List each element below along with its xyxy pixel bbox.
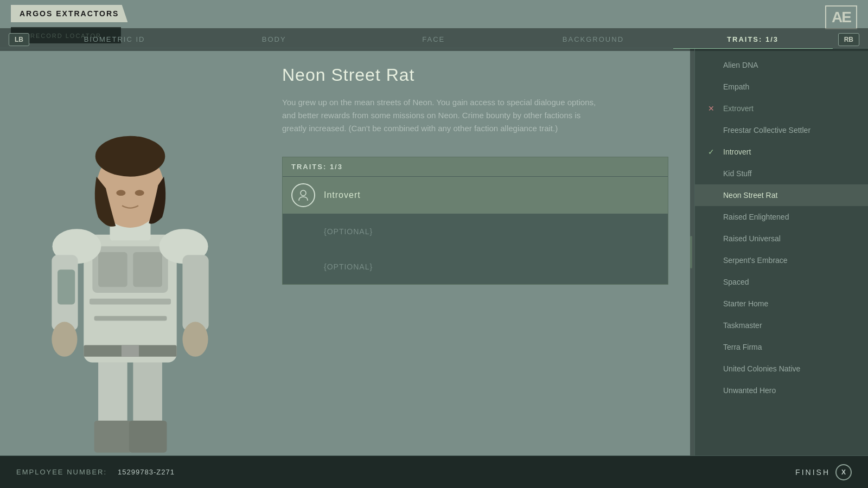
trait-slot-2-label: {OPTIONAL}	[324, 227, 373, 236]
finish-button[interactable]: FINISH X	[795, 464, 852, 480]
tab-face[interactable]: FACE	[354, 31, 513, 48]
trait-list-label: United Colonies Native	[723, 364, 855, 373]
trait-list: Alien DNAEmpath✕ExtrovertFreestar Collec…	[695, 54, 868, 401]
trait-list-item[interactable]: ✓Introvert	[695, 141, 868, 163]
trait-list-label: Introvert	[723, 147, 855, 156]
trait-list-item[interactable]: Freestar Collective Settler	[695, 119, 868, 141]
rb-button[interactable]: RB	[838, 33, 859, 46]
employee-label: EMPLOYEE NUMBER:	[16, 468, 107, 476]
trait-list-item[interactable]: Alien DNA	[695, 54, 868, 76]
trait-list-item[interactable]: ✕Extrovert	[695, 98, 868, 119]
traits-container: TRAITS: 1/3 Introvert {OPTIONAL} {OPTION…	[282, 157, 668, 285]
trait-list-item[interactable]: United Colonies Native	[695, 358, 868, 380]
trait-list-item[interactable]: Raised Enlightened	[695, 206, 868, 228]
check-mark-icon: ✓	[708, 147, 714, 156]
svg-rect-21	[94, 316, 167, 321]
finish-label: FINISH	[795, 468, 830, 477]
svg-rect-20	[90, 299, 171, 305]
trait-list-label: Empath	[723, 82, 855, 91]
trait-list-item[interactable]: Spaced	[695, 271, 868, 293]
character-portrait	[0, 49, 260, 455]
trait-slot-3-label: {OPTIONAL}	[324, 262, 373, 271]
svg-rect-3	[129, 421, 167, 453]
trait-list-item[interactable]: Taskmaster	[695, 314, 868, 336]
svg-point-24	[301, 190, 306, 196]
ae-logo: AE	[825, 5, 857, 29]
header-brand: ARGOS EXTRACTORS	[11, 5, 127, 22]
main-content: Neon Street Rat You grew up on the mean …	[0, 49, 868, 455]
trait-list-label: Serpent's Embrace	[723, 256, 855, 265]
trait-list-item[interactable]: Unwanted Hero	[695, 380, 868, 401]
trait-list-label: Alien DNA	[723, 61, 855, 69]
svg-rect-6	[98, 252, 127, 287]
svg-point-18	[182, 322, 208, 357]
trait-list-label: Taskmaster	[723, 321, 855, 330]
trait-list-item[interactable]: Kid Stuff	[695, 163, 868, 184]
trait-list-label: Unwanted Hero	[723, 386, 855, 395]
svg-point-10	[95, 136, 165, 177]
center-panel: Neon Street Rat You grew up on the mean …	[260, 49, 690, 455]
svg-rect-19	[58, 269, 75, 304]
trait-slot-1-name: Introvert	[324, 190, 361, 200]
trait-list-item[interactable]: Raised Universal	[695, 228, 868, 249]
tab-biometric[interactable]: BIOMETRIC ID	[35, 31, 194, 48]
trait-list-item[interactable]: Empath	[695, 76, 868, 98]
svg-rect-16	[182, 255, 208, 330]
svg-rect-2	[94, 421, 132, 453]
trait-list-label: Extrovert	[723, 104, 855, 113]
trait-list-label: Kid Stuff	[723, 169, 855, 178]
svg-rect-23	[122, 345, 139, 356]
brand-name: ARGOS EXTRACTORS	[11, 5, 127, 22]
svg-point-12	[135, 190, 144, 196]
tab-background[interactable]: BACKGROUND	[513, 31, 673, 48]
tab-traits[interactable]: TRAITS: 1/3	[673, 31, 833, 49]
scroll-divider	[690, 49, 694, 455]
trait-list-label: Starter Home	[723, 299, 855, 308]
finish-circle[interactable]: X	[835, 464, 852, 480]
trait-list-label: Neon Street Rat	[723, 191, 855, 200]
trait-list-label: Raised Enlightened	[723, 213, 855, 221]
x-mark-icon: ✕	[708, 104, 714, 113]
trait-marker: ✓	[708, 147, 718, 156]
tab-body[interactable]: BODY	[194, 31, 354, 48]
footer: EMPLOYEE NUMBER: 15299783-Z271 FINISH X	[0, 455, 868, 488]
trait-list-label: Terra Firma	[723, 343, 855, 351]
trait-title: Neon Street Rat	[282, 65, 668, 85]
trait-list-item[interactable]: Terra Firma	[695, 336, 868, 358]
traits-header: TRAITS: 1/3	[283, 157, 668, 176]
trait-slot-1[interactable]: Introvert	[283, 176, 668, 214]
trait-list-item[interactable]: Starter Home	[695, 293, 868, 314]
trait-list-label: Spaced	[723, 278, 855, 286]
trait-list-panel: Alien DNAEmpath✕ExtrovertFreestar Collec…	[694, 49, 868, 455]
svg-point-11	[116, 190, 125, 196]
employee-number: 15299783-Z271	[118, 468, 175, 476]
trait-slot-3[interactable]: {OPTIONAL}	[283, 249, 668, 284]
introvert-icon	[291, 183, 315, 207]
scroll-indicator	[690, 236, 692, 268]
lb-button[interactable]: LB	[9, 33, 29, 46]
trait-list-item[interactable]: Serpent's Embrace	[695, 249, 868, 271]
trait-list-label: Freestar Collective Settler	[723, 126, 855, 134]
svg-point-17	[52, 322, 77, 357]
header-top: ARGOS EXTRACTORS AE	[0, 0, 868, 27]
trait-slot-2[interactable]: {OPTIONAL}	[283, 214, 668, 249]
svg-rect-7	[133, 252, 162, 287]
portrait-area	[0, 49, 260, 455]
trait-list-label: Raised Universal	[723, 234, 855, 243]
top-divider	[0, 48, 868, 48]
trait-description: You grew up on the mean streets of Neon.…	[282, 96, 597, 135]
trait-marker: ✕	[708, 104, 718, 113]
trait-list-item[interactable]: Neon Street Rat	[695, 184, 868, 206]
